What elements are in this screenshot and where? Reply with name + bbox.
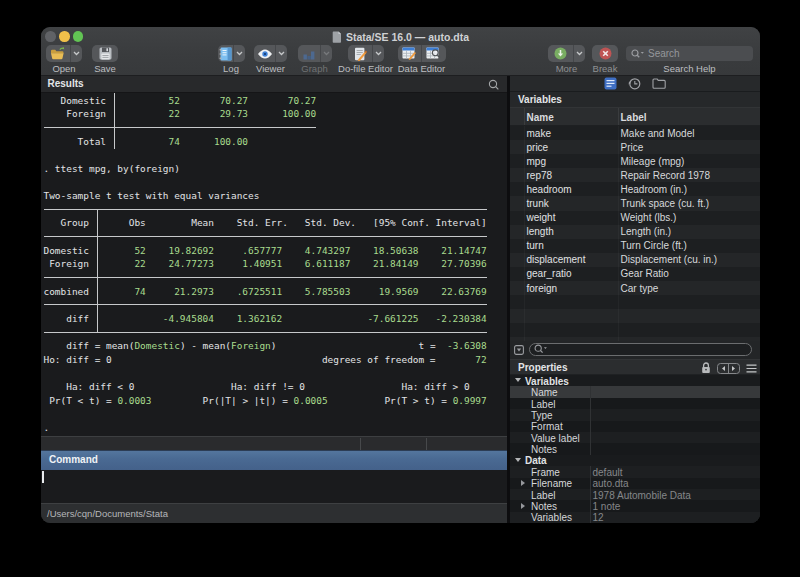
column-separator — [618, 168, 619, 182]
column-separator — [524, 154, 525, 168]
data-editor-button[interactable] — [398, 45, 447, 62]
chevron-down-icon — [233, 45, 244, 62]
property-label: Label — [531, 399, 555, 410]
property-value: 12 — [593, 512, 604, 523]
disclosure-triangle-right-icon[interactable] — [521, 503, 525, 509]
column-separator — [524, 126, 525, 140]
save-button[interactable] — [92, 45, 118, 62]
property-label: Format — [531, 421, 563, 432]
variable-name: make — [527, 128, 551, 139]
graph-bars-icon — [298, 45, 321, 62]
column-separator — [524, 281, 525, 295]
variable-row-gear_ratio[interactable]: gear_ratioGear Ratio — [510, 267, 760, 281]
disclosure-triangle-down-icon[interactable] — [515, 378, 521, 382]
tab-variables-icon[interactable] — [604, 77, 617, 90]
property-row-notes[interactable]: Notes — [510, 443, 760, 454]
tab-files-icon[interactable] — [652, 78, 666, 89]
toolbar-search-placeholder: Search — [648, 48, 680, 59]
title-document-icon — [332, 31, 342, 43]
variable-label: Length (in.) — [621, 226, 672, 237]
variable-name: trunk — [527, 198, 549, 209]
property-row-frame[interactable]: Framedefault — [510, 466, 760, 477]
chevron-down-icon — [320, 45, 332, 62]
chevron-down-icon — [573, 45, 585, 62]
more-button[interactable] — [548, 45, 585, 62]
break-x-icon — [592, 45, 618, 62]
variable-row-empty — [510, 309, 760, 323]
property-value: 1978 Automobile Data — [593, 490, 691, 501]
variables-column-header[interactable]: Name Label — [510, 108, 760, 126]
log-button[interactable] — [218, 45, 245, 62]
open-button[interactable] — [46, 45, 82, 62]
variable-row-weight[interactable]: weightWeight (lbs.) — [510, 211, 760, 225]
tab-history-icon[interactable] — [628, 77, 641, 90]
variable-row-turn[interactable]: turnTurn Circle (ft.) — [510, 239, 760, 253]
property-row-type[interactable]: Type — [510, 409, 760, 420]
variable-name: price — [527, 142, 549, 153]
column-separator — [590, 421, 591, 432]
variable-row-foreign[interactable]: foreignCar type — [510, 281, 760, 295]
property-row-filename[interactable]: Filenameauto.dta — [510, 478, 760, 489]
property-row-notes[interactable]: Notes1 note — [510, 500, 760, 511]
variable-label: Car type — [621, 283, 659, 294]
column-separator — [618, 182, 619, 196]
break-button[interactable] — [592, 45, 618, 62]
results-search-icon[interactable] — [488, 79, 500, 91]
column-separator — [524, 309, 525, 323]
properties-group-variables[interactable]: Variables — [510, 375, 760, 386]
variables-name-column-header[interactable]: Name — [527, 112, 554, 123]
column-separator — [618, 211, 619, 225]
graph-button[interactable] — [298, 45, 333, 62]
toolbar-search-field[interactable]: Search — [626, 46, 753, 61]
variable-row-mpg[interactable]: mpgMileage (mpg) — [510, 154, 760, 168]
column-separator — [618, 196, 619, 210]
column-separator — [590, 443, 591, 454]
variables-label-column-header[interactable]: Label — [621, 112, 647, 123]
column-separator — [524, 196, 525, 210]
variable-row-empty — [510, 295, 760, 309]
variable-name: weight — [527, 212, 556, 223]
variable-name: rep78 — [527, 170, 553, 181]
variable-row-displacement[interactable]: displacementDisplacement (cu. in.) — [510, 253, 760, 267]
command-window-titlebar[interactable]: Command — [41, 450, 507, 470]
property-row-value-label[interactable]: Value label — [510, 432, 760, 443]
property-row-variables[interactable]: Variables12 — [510, 512, 760, 523]
variable-row-rep78[interactable]: rep78Repair Record 1978 — [510, 168, 760, 182]
property-label: Frame — [531, 467, 560, 478]
variable-row-headroom[interactable]: headroomHeadroom (in.) — [510, 182, 760, 196]
table-horizontal-rule — [44, 236, 487, 237]
variables-filter-field[interactable] — [529, 343, 752, 357]
filter-button[interactable] — [514, 345, 524, 355]
column-separator — [618, 323, 619, 337]
variable-label: Price — [621, 142, 644, 153]
variable-label: Make and Model — [621, 128, 695, 139]
column-separator — [590, 466, 591, 477]
properties-table: VariablesNameLabelTypeFormatValue labelN… — [510, 375, 760, 523]
property-row-format[interactable]: Format — [510, 421, 760, 432]
menu-icon[interactable] — [746, 364, 757, 373]
property-row-label[interactable]: Label1978 Automobile Data — [510, 489, 760, 500]
lock-icon[interactable] — [701, 362, 711, 374]
results-console[interactable]: Domestic 52 70.27 70.27 Foreign 22 29.73… — [41, 93, 507, 436]
column-separator — [618, 309, 619, 323]
property-row-label[interactable]: Label — [510, 398, 760, 409]
variable-label: Mileage (mpg) — [621, 156, 685, 167]
variable-row-trunk[interactable]: trunkTrunk space (cu. ft.) — [510, 196, 760, 210]
variable-label: Repair Record 1978 — [621, 170, 711, 181]
property-label: Value label — [531, 433, 580, 444]
variable-name: length — [527, 226, 554, 237]
properties-group-data[interactable]: Data — [510, 455, 760, 466]
variable-row-length[interactable]: lengthLength (in.) — [510, 225, 760, 239]
variable-row-price[interactable]: pricePrice — [510, 140, 760, 154]
disclosure-triangle-right-icon[interactable] — [521, 480, 525, 486]
column-separator — [524, 253, 525, 267]
command-input[interactable] — [41, 470, 507, 503]
stata-main-window: Stata/SE 16.0 — auto.dta Open — [41, 27, 760, 523]
viewer-button[interactable] — [254, 45, 287, 62]
back-forward-buttons[interactable] — [717, 363, 740, 374]
column-separator — [590, 386, 591, 397]
property-row-name[interactable]: Name — [510, 386, 760, 397]
variable-row-make[interactable]: makeMake and Model — [510, 126, 760, 140]
disclosure-triangle-down-icon[interactable] — [515, 458, 521, 462]
dofile-editor-button[interactable] — [348, 45, 384, 62]
